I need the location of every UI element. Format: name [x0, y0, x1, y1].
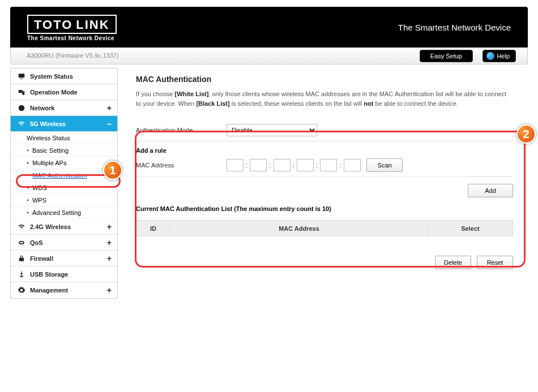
header-tagline: The Smartest Network Device: [398, 23, 511, 32]
lock-icon: [16, 255, 27, 262]
page-description: If you choose [White List], only those c…: [136, 89, 513, 108]
mac-address-label: MAC Address: [136, 162, 227, 169]
list-heading: Current MAC Authentication List (The max…: [136, 204, 513, 217]
add-row: Add: [136, 177, 513, 204]
sidebar-sub-basic-setting[interactable]: Basic Setting: [11, 144, 117, 157]
sidebar-item-label: QoS: [30, 239, 43, 246]
sidebar-item-firewall[interactable]: Firewall +: [11, 251, 117, 266]
page-title: MAC Authentication: [136, 75, 513, 84]
wifi-icon: [16, 223, 27, 231]
sidebar-item-label: 2.4G Wireless: [30, 223, 71, 230]
sidebar-item-usb-storage[interactable]: USB Storage: [11, 266, 117, 282]
mac-octet-5[interactable]: [320, 159, 337, 171]
sidebar-item-system-status[interactable]: System Status: [11, 68, 117, 84]
sidebar-item-5g-wireless[interactable]: 5G Wireless –: [11, 116, 117, 132]
help-button[interactable]: Help: [483, 50, 516, 62]
annotation-badge-2: 2: [516, 124, 536, 144]
scan-button-label: Scan: [378, 162, 392, 169]
svg-rect-2: [19, 89, 23, 92]
sidebar-sub-label: WDS: [32, 184, 47, 191]
expand-icon: +: [107, 238, 112, 247]
globe-icon: [16, 104, 27, 112]
add-button-label: Add: [485, 187, 496, 194]
sidebar-sub-label: Advanced Setting: [32, 209, 81, 216]
svg-point-4: [19, 105, 25, 111]
easy-setup-button[interactable]: Easy Setup: [420, 50, 473, 62]
empty-row: [136, 236, 513, 248]
table-header-row: ID MAC Address Select: [136, 221, 513, 236]
gear-icon: [16, 286, 27, 294]
mac-octet-2[interactable]: [250, 159, 267, 171]
expand-icon: +: [107, 104, 112, 113]
app-header: TOTOLINK The Smartest Network Device The…: [10, 7, 528, 48]
sidebar-item-label: 5G Wireless: [30, 120, 66, 127]
mac-octet-1[interactable]: [227, 159, 244, 171]
delete-button[interactable]: Delete: [435, 256, 471, 269]
device-firmware: A3000RU (Firmware V5.9c.1337): [27, 52, 119, 59]
collapse-icon: –: [107, 119, 112, 128]
sidebar-sub-wds[interactable]: WDS: [11, 182, 117, 194]
sidebar-sub-label[interactable]: MAC Authentication: [32, 172, 87, 179]
expand-icon: +: [107, 286, 112, 295]
mac-address-row: MAC Address : : : : : Scan: [136, 158, 513, 176]
sidebar-item-label: System Status: [30, 73, 73, 80]
svg-rect-5: [19, 257, 24, 261]
sidebar-item-label: Management: [30, 287, 68, 294]
col-mac: MAC Address: [170, 221, 428, 236]
devices-icon: [16, 88, 27, 96]
delete-button-label: Delete: [444, 259, 462, 266]
sidebar-item-label: Firewall: [30, 255, 53, 262]
sidebar-sub-advanced[interactable]: Advanced Setting: [11, 206, 117, 219]
brand-subtitle: The Smartest Network Device: [27, 35, 117, 41]
auth-mode-label: Authentication Mode: [136, 127, 227, 133]
brand-left: TOTO: [34, 18, 72, 32]
auth-mode-select[interactable]: Disable: [227, 124, 317, 136]
expand-icon: +: [107, 254, 112, 263]
sidebar-sub-wireless-status[interactable]: Wireless Status: [11, 132, 117, 144]
sidebar-sub-mac-auth[interactable]: MAC Authentication: [11, 169, 117, 182]
expand-icon: +: [107, 222, 112, 231]
sidebar-item-qos[interactable]: QoS +: [11, 235, 117, 251]
sidebar-sub-multiple-aps[interactable]: Multiple APs: [11, 157, 117, 169]
svg-rect-1: [20, 78, 23, 79]
sidebar-item-operation-mode[interactable]: Operation Mode: [11, 84, 117, 100]
easy-setup-label: Easy Setup: [430, 53, 462, 59]
monitor-icon: [16, 72, 27, 80]
brand-right: LINK: [76, 18, 109, 32]
col-id: ID: [136, 221, 170, 236]
sidebar-sub-wps[interactable]: WPS: [11, 194, 117, 206]
mac-octet-4[interactable]: [297, 159, 314, 171]
mac-auth-table: ID MAC Address Select: [136, 220, 513, 248]
col-select: Select: [428, 221, 513, 236]
add-button[interactable]: Add: [468, 184, 513, 197]
sidebar-sub-label: Wireless Status: [27, 135, 70, 141]
mac-octet-3[interactable]: [274, 159, 291, 171]
mac-octet-6[interactable]: [344, 159, 361, 171]
info-bar: A3000RU (Firmware V5.9c.1337) Easy Setup…: [10, 48, 528, 64]
sidebar-item-24g-wireless[interactable]: 2.4G Wireless +: [11, 219, 117, 235]
table-actions: Delete Reset: [136, 248, 513, 277]
sidebar-sub-label: WPS: [32, 197, 46, 204]
wifi-icon: [16, 120, 27, 128]
sidebar-item-label: USB Storage: [30, 271, 68, 278]
reset-button[interactable]: Reset: [477, 256, 513, 269]
sidebar: System Status Operation Mode Network +: [10, 68, 118, 299]
auth-mode-row: Authentication Mode Disable: [136, 119, 513, 141]
sidebar-item-network[interactable]: Network +: [11, 100, 117, 116]
sidebar-sub-label: Multiple APs: [32, 160, 67, 166]
brand-logo: TOTOLINK The Smartest Network Device: [27, 15, 117, 41]
link-icon: [16, 239, 27, 247]
content-area: MAC Authentication If you choose [White …: [121, 68, 528, 299]
sidebar-item-label: Operation Mode: [30, 89, 78, 96]
svg-rect-0: [19, 74, 25, 77]
svg-rect-3: [22, 91, 24, 94]
annotation-badge-1: 1: [103, 161, 122, 180]
mac-input-group: : : : : : Scan: [227, 158, 403, 172]
usb-icon: [16, 270, 27, 278]
sidebar-item-management[interactable]: Management +: [11, 282, 117, 298]
brand-logo-box: TOTOLINK: [27, 15, 117, 34]
help-label: Help: [497, 50, 510, 62]
reset-button-label: Reset: [487, 259, 503, 266]
add-rule-heading: Add a rule: [136, 141, 513, 158]
scan-button[interactable]: Scan: [366, 158, 403, 172]
